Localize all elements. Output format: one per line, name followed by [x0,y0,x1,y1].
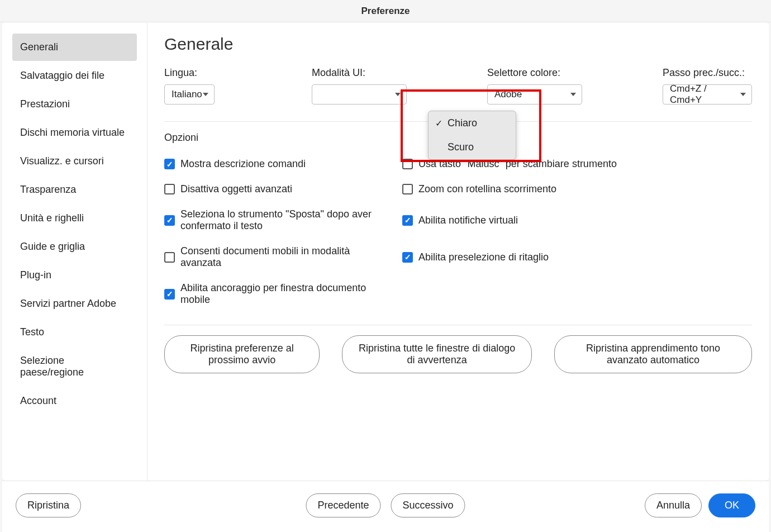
sidebar-item-7[interactable]: Guide e griglia [12,233,137,260]
label-color-picker: Selettore colore: [487,67,582,79]
page-title: Generale [164,35,752,54]
sidebar-item-9[interactable]: Servizi partner Adobe [12,290,137,317]
field-language: Lingua: Italiano [164,67,215,104]
select-ui-mode[interactable] [312,84,407,104]
checkbox-icon[interactable] [164,252,175,263]
checkbox-label: Usa tasto "Maiusc" per scambiare strumen… [418,158,617,170]
sidebar-item-0[interactable]: Generali [12,34,137,61]
sidebar-item-4[interactable]: Visualizz. e cursori [12,148,137,175]
content-area: GeneraliSalvataggio dei filePrestazioniD… [2,22,769,481]
checkbox-icon[interactable] [402,159,413,169]
previous-button[interactable]: Precedente [306,493,380,517]
option-left-4[interactable]: Abilita ancoraggio per finestra document… [164,282,393,306]
footer: Ripristina Precedente Successivo Annulla… [2,481,769,532]
ok-button[interactable]: OK [708,493,755,517]
checkbox-icon[interactable] [402,252,413,263]
option-right-0[interactable]: Usa tasto "Maiusc" per scambiare strumen… [402,158,752,170]
checkbox-icon[interactable] [164,215,175,226]
field-ui-mode: Modalità UI: [312,67,407,104]
option-left-1[interactable]: Disattiva oggetti avanzati [164,183,393,195]
dropdown-item-1[interactable]: Scuro [429,135,516,159]
checkbox-icon[interactable] [164,289,175,300]
select-undo-step[interactable]: Cmd+Z / Cmd+Y [663,84,752,104]
ui-mode-dropdown[interactable]: ✓ChiaroScuro [428,111,516,160]
checkbox-label: Consenti documenti mobili in modalità av… [180,245,393,269]
dropdown-item-0[interactable]: ✓Chiaro [429,111,516,135]
sidebar-item-1[interactable]: Salvataggio dei file [12,62,137,89]
checkbox-label: Abilita preselezione di ritaglio [418,251,549,263]
field-undo-step: Passo prec./succ.: Cmd+Z / Cmd+Y [663,67,752,104]
checkbox-icon[interactable] [164,159,175,169]
action-button-0[interactable]: Ripristina preferenze al prossimo avvio [164,335,320,373]
option-right-1[interactable]: Zoom con rotellina scorrimento [402,183,752,195]
sidebar-item-6[interactable]: Unità e righelli [12,205,137,232]
option-right-2[interactable]: Abilita notifiche virtuali [402,208,752,232]
action-button-2[interactable]: Ripristina apprendimento tono avanzato a… [554,335,752,373]
option-left-3[interactable]: Consenti documenti mobili in modalità av… [164,245,393,269]
checkbox-label: Disattiva oggetti avanzati [180,183,292,195]
sidebar-item-3[interactable]: Dischi memoria virtuale [12,119,137,146]
cancel-button[interactable]: Annulla [645,493,702,517]
dropdown-item-label: Chiaro [448,117,477,129]
select-color-picker[interactable]: Adobe [487,84,582,104]
checkbox-label: Mostra descrizione comandi [180,158,306,170]
sidebar-item-5[interactable]: Trasparenza [12,176,137,203]
sidebar: GeneraliSalvataggio dei filePrestazioniD… [2,22,147,481]
options-grid: Mostra descrizione comandiUsa tasto "Mai… [164,158,752,306]
dropdown-item-label: Scuro [448,141,474,153]
label-ui-mode: Modalità UI: [312,67,407,79]
checkbox-label: Abilita ancoraggio per finestra document… [180,282,393,306]
option-left-2[interactable]: Seleziona lo strumento "Sposta" dopo ave… [164,208,393,232]
label-undo-step: Passo prec./succ.: [663,67,752,79]
action-button-1[interactable]: Ripristina tutte le finestre di dialogo … [342,335,532,373]
window-title: Preferenze [0,0,771,22]
sidebar-item-12[interactable]: Account [12,387,137,415]
next-button[interactable]: Successivo [391,493,465,517]
field-color-picker: Selettore colore: Adobe [487,67,582,104]
checkbox-label: Abilita notifiche virtuali [418,215,518,226]
option-left-0[interactable]: Mostra descrizione comandi [164,158,393,170]
sidebar-item-10[interactable]: Testo [12,319,137,346]
checkbox-icon[interactable] [402,184,413,194]
select-language[interactable]: Italiano [164,84,215,104]
checkbox-label: Zoom con rotellina scorrimento [418,183,556,195]
checkbox-icon[interactable] [402,215,413,226]
checkbox-icon[interactable] [164,184,175,194]
label-language: Lingua: [164,67,215,79]
check-icon: ✓ [435,118,443,129]
checkbox-label: Seleziona lo strumento "Sposta" dopo ave… [180,208,393,232]
sidebar-item-8[interactable]: Plug-in [12,262,137,289]
reset-button[interactable]: Ripristina [16,493,81,517]
divider [164,325,752,325]
main-panel: Generale Lingua: Italiano Modalità UI: S… [147,22,769,481]
sidebar-item-2[interactable]: Prestazioni [12,91,137,118]
option-right-3[interactable]: Abilita preselezione di ritaglio [402,245,752,269]
sidebar-item-11[interactable]: Selezione paese/regione [12,347,137,386]
action-row: Ripristina preferenze al prossimo avvioR… [164,335,752,373]
